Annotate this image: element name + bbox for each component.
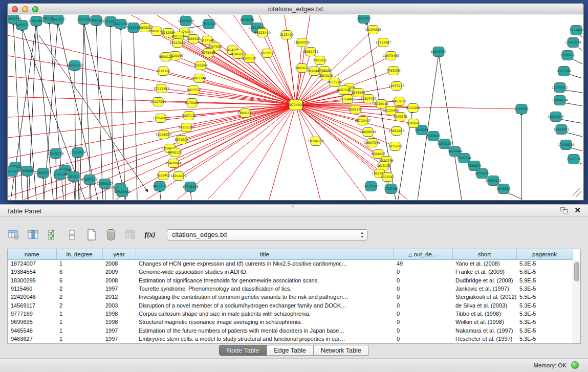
graph-node[interactable]: 20206576 (48, 149, 64, 159)
table-row[interactable]: 911546021997Tourette syndrome. Phenomeno… (8, 285, 573, 293)
graph-node[interactable]: 6216019 (374, 100, 388, 108)
table-selector-dropdown[interactable]: citations_edges.txt ▲▼ (167, 229, 368, 240)
graph-node[interactable]: 10107554 (150, 98, 166, 106)
graph-node[interactable]: 7485083 (386, 67, 401, 75)
graph-node[interactable]: 9329966 (560, 51, 575, 60)
table-options-icon[interactable] (7, 228, 20, 242)
graph-node[interactable]: 7955812 (313, 56, 327, 65)
graph-node[interactable]: 9115460 (406, 104, 420, 113)
graph-node[interactable]: 5875985 (201, 49, 215, 57)
graph-node[interactable]: 1588528 (242, 54, 256, 63)
graph-node[interactable]: 12975115 (388, 82, 405, 91)
table-row[interactable]: 1456911722003Disruption of a novel membe… (8, 301, 573, 309)
close-panel-icon[interactable]: ✕ (574, 206, 581, 215)
graph-node[interactable]: 1145194 (53, 170, 67, 180)
table-row[interactable]: 1830029562008Estimation of significance … (8, 276, 573, 285)
show-columns-icon[interactable] (27, 228, 40, 242)
graph-node[interactable]: 19384554 (308, 137, 324, 146)
graph-node[interactable]: 9427512 (187, 86, 201, 95)
graph-node[interactable]: 8405571 (15, 20, 29, 30)
table-vertical-scrollbar[interactable] (573, 260, 580, 343)
column-header-short[interactable]: short (452, 249, 516, 259)
window-titlebar[interactable]: citations_edges.txt (8, 4, 583, 14)
graph-node[interactable]: 12213363 (153, 84, 169, 93)
select-all-columns-icon[interactable] (46, 228, 59, 242)
graph-node[interactable]: 16914479 (170, 172, 187, 181)
graph-node[interactable]: 15718485 (182, 182, 199, 192)
column-header-out-degree[interactable]: △out_de… (394, 249, 452, 259)
graph-node[interactable]: 16648784 (430, 47, 447, 57)
create-column-icon[interactable] (85, 228, 98, 242)
graph-node[interactable]: 18640910 (294, 38, 310, 47)
graph-node[interactable]: 1156869 (20, 166, 34, 176)
graph-node[interactable]: 10653287 (50, 15, 66, 25)
graph-node[interactable]: 1822051 (260, 49, 274, 58)
graph-node[interactable]: 7975692 (388, 142, 402, 151)
column-header-year[interactable]: year (102, 249, 136, 259)
graph-node[interactable]: 9245652 (496, 184, 511, 194)
graph-node[interactable]: 18724007 (288, 100, 304, 110)
column-header-name[interactable]: name (8, 249, 56, 259)
graph-node[interactable]: 14136141 (363, 182, 379, 191)
graph-node[interactable]: 12444194 (552, 96, 568, 105)
graph-node[interactable]: 9227349 (557, 67, 571, 76)
float-panel-icon[interactable] (560, 207, 568, 214)
scrollbar-thumb[interactable] (574, 262, 579, 281)
graph-node[interactable]: 12213967 (375, 38, 391, 47)
graph-node[interactable]: 5578314 (175, 136, 189, 144)
delete-columns-trash-icon[interactable] (104, 228, 118, 242)
graph-node[interactable]: 8471676 (475, 169, 489, 179)
table-row[interactable]: 1938455462009Genome-wide association stu… (8, 268, 573, 276)
graph-node[interactable]: 9170061 (185, 99, 199, 107)
graph-node[interactable]: 2125419 (279, 31, 294, 39)
graph-node[interactable]: 12923448 (114, 187, 130, 197)
table-row[interactable]: 2242004622012Investigating the contribut… (8, 293, 573, 301)
graph-node[interactable]: 6079197 (438, 139, 452, 149)
graph-node[interactable]: 6466160 (89, 16, 103, 26)
graph-node[interactable]: 15166827 (156, 130, 172, 139)
graph-node[interactable]: 7386372 (348, 105, 362, 114)
window-resize-grip[interactable] (573, 188, 581, 197)
graph-node[interactable]: 15751074 (565, 38, 581, 48)
graph-node[interactable]: 8938923 (426, 132, 441, 141)
graph-node[interactable]: 17654905 (153, 114, 169, 123)
column-header-in-degree[interactable]: in_degree (56, 249, 102, 259)
graph-node[interactable]: 2935114 (457, 154, 471, 163)
graph-node[interactable]: 9699695 (406, 119, 421, 128)
graph-node[interactable]: 1117403 (569, 26, 583, 35)
graph-node[interactable]: 2522547 (380, 173, 395, 182)
unselect-all-columns-icon[interactable] (66, 228, 79, 242)
graph-node[interactable]: 16210643 (548, 112, 564, 122)
table-row[interactable]: 969969511998Structural magnetic resonanc… (8, 318, 573, 326)
tab-node-table[interactable]: Node Table (219, 345, 267, 356)
graph-node[interactable]: 17957223 (81, 175, 98, 185)
graph-node[interactable]: 12942757 (35, 168, 51, 178)
graph-node[interactable]: 3915911 (8, 167, 19, 177)
graph-node[interactable]: 7949578 (393, 113, 407, 121)
graph-node[interactable]: 3215958 (514, 104, 529, 114)
graph-node[interactable]: 2687682 (357, 15, 371, 24)
graph-node[interactable]: 1167534 (567, 155, 581, 164)
graph-node[interactable]: 9463627 (392, 97, 406, 106)
graph-node[interactable]: 15692971 (553, 125, 570, 135)
graph-node[interactable]: 3267110 (182, 112, 196, 120)
graph-node[interactable]: 17016534 (558, 140, 574, 150)
table-row[interactable]: 946362711997Embryonic stem cells: a mode… (8, 335, 573, 343)
graph-node[interactable]: 15654923 (388, 127, 405, 136)
graph-node[interactable]: 9890128 (159, 53, 173, 61)
graph-node[interactable]: 1350513 (67, 172, 81, 182)
graph-node[interactable]: 10958187 (97, 179, 113, 189)
graph-node[interactable]: 8186328 (186, 35, 201, 43)
graph-node[interactable]: 26053340 (67, 61, 83, 71)
table-row[interactable]: 977716911998Corpus callosum shape and si… (8, 310, 573, 318)
graph-node[interactable]: 10688639 (360, 128, 376, 137)
graph-node[interactable]: 9457771 (153, 182, 167, 191)
splitter-grip-icon[interactable]: ▴ (292, 204, 294, 208)
graph-node[interactable]: 7625402 (156, 171, 170, 180)
graph-node[interactable]: 2803144 (192, 74, 206, 83)
tab-network-table[interactable]: Network Table (314, 345, 369, 356)
graph-node[interactable]: 6497568 (337, 86, 351, 95)
graph-node[interactable]: 9242844 (193, 61, 208, 70)
table-row[interactable]: 1872400712008Changes of HCN gene express… (8, 259, 573, 268)
graph-node[interactable]: 12095872 (552, 83, 568, 93)
